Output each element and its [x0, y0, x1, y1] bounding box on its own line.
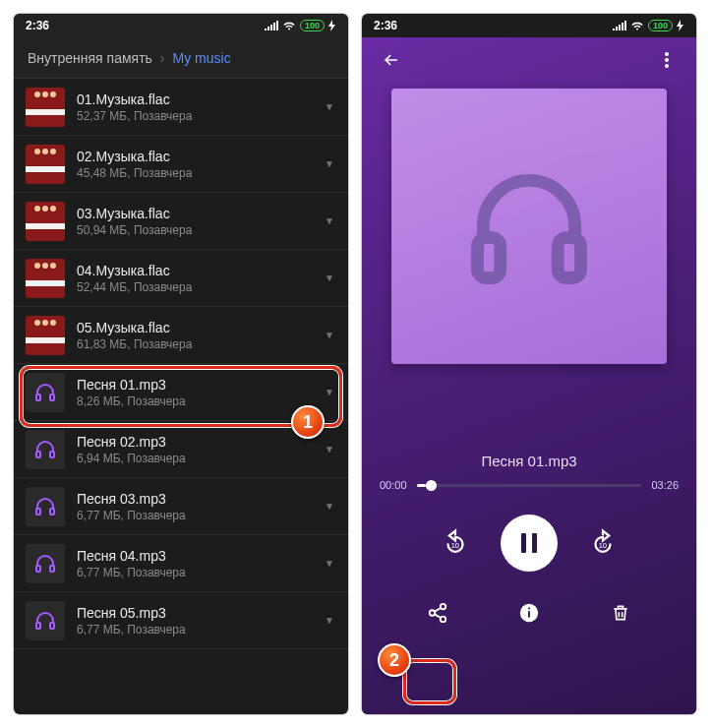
replay-10-button[interactable]: 10: [440, 527, 471, 559]
svg-point-12: [665, 64, 669, 68]
file-meta: 50,94 МБ, Позавчера: [77, 223, 313, 237]
file-name: Песня 05.mp3: [77, 604, 313, 622]
file-name: Песня 02.mp3: [77, 433, 313, 451]
file-row[interactable]: Песня 05.mp36,77 МБ, Позавчера▼: [14, 592, 348, 649]
file-name: 03.Музыка.flac: [77, 205, 313, 222]
file-meta: 6,77 МБ, Позавчера: [77, 566, 313, 579]
svg-rect-3: [50, 452, 54, 457]
signal-icon: [265, 21, 278, 30]
file-meta: 61,83 МБ, Позавчера: [77, 337, 313, 351]
file-name: Песня 01.mp3: [77, 376, 313, 394]
file-name: 02.Музыка.flac: [77, 148, 313, 165]
file-meta: 45,48 МБ, Позавчера: [77, 166, 313, 180]
progress-bar[interactable]: 00:00 03:26: [362, 469, 696, 501]
breadcrumb-root[interactable]: Внутренняя память: [28, 50, 152, 66]
callout-badge-1: 1: [291, 405, 325, 439]
share-icon: [427, 602, 448, 624]
svg-rect-9: [50, 623, 54, 629]
file-manager-screen: 2:36 100 Внутренняя память › My music 01…: [14, 14, 348, 714]
row-menu-button[interactable]: ▼: [325, 273, 334, 283]
row-menu-button[interactable]: ▼: [325, 501, 334, 512]
file-row[interactable]: 03.Музыка.flac50,94 МБ, Позавчера▼: [14, 193, 348, 250]
track-title: Песня 01.mp3: [362, 453, 696, 469]
share-button[interactable]: [422, 597, 453, 629]
info-icon: [518, 602, 540, 624]
row-menu-button[interactable]: ▼: [325, 387, 334, 397]
file-name: 05.Музыка.flac: [77, 319, 313, 336]
svg-rect-14: [558, 238, 580, 278]
svg-text:10: 10: [599, 541, 607, 550]
chevron-right-icon: ›: [160, 50, 165, 66]
row-menu-button[interactable]: ▼: [325, 330, 334, 340]
signal-icon: [613, 21, 626, 30]
row-menu-button[interactable]: ▼: [325, 444, 334, 455]
delete-button[interactable]: [605, 597, 636, 629]
svg-rect-23: [528, 611, 530, 617]
wifi-icon: [630, 21, 644, 30]
headphones-icon: [26, 373, 65, 412]
seek-bar[interactable]: [417, 484, 642, 487]
svg-rect-5: [50, 509, 54, 515]
file-meta: 6,77 МБ, Позавчера: [77, 509, 313, 522]
svg-rect-6: [36, 566, 40, 572]
status-bar: 2:36 100: [362, 14, 696, 37]
row-menu-button[interactable]: ▼: [325, 158, 334, 169]
svg-rect-0: [36, 394, 40, 400]
info-button[interactable]: [513, 597, 545, 629]
forward-10-button[interactable]: 10: [587, 527, 619, 559]
album-thumb: [26, 145, 65, 184]
svg-rect-4: [36, 509, 40, 515]
svg-rect-1: [50, 394, 54, 400]
more-menu-button[interactable]: [651, 44, 682, 76]
back-button[interactable]: [376, 44, 407, 76]
album-thumb: [26, 88, 65, 127]
svg-rect-13: [478, 238, 501, 278]
row-menu-button[interactable]: ▼: [325, 615, 334, 626]
pause-icon: [518, 531, 540, 555]
callout-badge-2: 2: [378, 643, 411, 677]
album-thumb: [26, 316, 65, 355]
file-meta: 52,37 МБ, Позавчера: [77, 109, 313, 123]
svg-point-21: [440, 617, 445, 623]
headphones-icon: [26, 601, 65, 640]
breadcrumb-current: My music: [173, 50, 231, 66]
time-elapsed: 00:00: [380, 479, 407, 491]
svg-rect-17: [532, 533, 537, 553]
headphones-icon: [26, 430, 65, 469]
charging-icon: [328, 20, 336, 31]
file-row[interactable]: 04.Музыка.flac52,44 МБ, Позавчера▼: [14, 250, 348, 307]
album-thumb: [26, 202, 65, 241]
file-name: 01.Музыка.flac: [77, 91, 313, 108]
headphones-icon: [26, 487, 65, 526]
svg-rect-7: [50, 566, 54, 572]
battery-icon: 100: [300, 20, 325, 31]
svg-rect-8: [36, 623, 40, 629]
row-menu-button[interactable]: ▼: [325, 215, 334, 226]
svg-point-11: [665, 58, 669, 62]
breadcrumb: Внутренняя память › My music: [14, 37, 348, 79]
row-menu-button[interactable]: ▼: [325, 558, 334, 569]
svg-rect-2: [36, 452, 40, 457]
headphones-icon: [26, 544, 65, 583]
file-meta: 52,44 МБ, Позавчера: [77, 280, 313, 294]
clock: 2:36: [26, 19, 49, 32]
charging-icon: [677, 20, 684, 31]
headphones-icon: [460, 157, 598, 295]
row-menu-button[interactable]: ▼: [325, 101, 334, 112]
svg-point-10: [665, 52, 669, 56]
svg-text:10: 10: [451, 541, 459, 550]
file-list[interactable]: 01.Музыка.flac52,37 МБ, Позавчера▼02.Муз…: [14, 79, 348, 714]
clock: 2:36: [374, 19, 397, 32]
file-row[interactable]: Песня 03.mp36,77 МБ, Позавчера▼: [14, 478, 348, 535]
time-total: 03:26: [651, 479, 679, 491]
album-art: [362, 83, 696, 364]
file-row[interactable]: 02.Музыка.flac45,48 МБ, Позавчера▼: [14, 136, 348, 193]
svg-point-19: [440, 604, 445, 610]
battery-icon: 100: [648, 20, 673, 31]
pause-button[interactable]: [501, 515, 558, 572]
file-row[interactable]: Песня 04.mp36,77 МБ, Позавчера▼: [14, 535, 348, 592]
file-meta: 6,94 МБ, Позавчера: [77, 452, 313, 465]
file-row[interactable]: 05.Музыка.flac61,83 МБ, Позавчера▼: [14, 307, 348, 364]
file-row[interactable]: 01.Музыка.flac52,37 МБ, Позавчера▼: [14, 79, 348, 136]
trash-icon: [611, 602, 630, 624]
